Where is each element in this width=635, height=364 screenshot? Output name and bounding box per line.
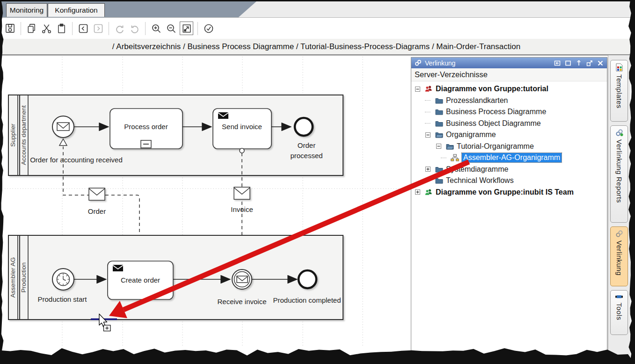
folder-icon <box>434 177 444 184</box>
side-tab-verlinkung[interactable]: Verlinkung <box>610 226 628 286</box>
tree-item-technical-workflows[interactable]: Technical Workflows <box>411 175 607 187</box>
intermediate-event-label: Receive invoice <box>217 298 266 306</box>
task2-label: Send invoice <box>222 123 262 131</box>
message-icon <box>237 276 248 283</box>
header-separator <box>0 54 635 55</box>
dock-icon[interactable] <box>553 59 561 67</box>
validate-icon[interactable] <box>202 22 215 35</box>
start-event-production-start[interactable] <box>52 269 74 290</box>
group-red-icon <box>424 85 433 93</box>
message-icon <box>57 123 69 131</box>
tree-item-label: Systemdiagramme <box>446 165 508 174</box>
message-invoice-label: Invoice <box>231 205 253 213</box>
tree-item-tutorial-organigramme[interactable]: Tutorial-Organigramme <box>411 141 607 153</box>
collapse-expander-icon[interactable] <box>434 144 443 149</box>
tree-item-business-object-diagramme[interactable]: Business Object Diagramme <box>411 118 607 130</box>
undo-icon[interactable] <box>128 22 141 35</box>
tree-item-assembler-ag-organigramm[interactable]: Assembler-AG-Organigramm <box>411 152 607 164</box>
end-event-order-processed[interactable] <box>295 118 313 136</box>
tree-item-label: Technical Workflows <box>446 176 514 185</box>
tab-monitoring-label: Monitoring <box>10 6 44 15</box>
tree-item-label: Diagramme von Gruppe:tutorial <box>436 85 548 93</box>
side-tab-label: Templates <box>615 74 623 109</box>
templates-icon <box>615 63 623 72</box>
orgchart-icon <box>450 154 460 162</box>
side-tab-tools[interactable]: Tools <box>610 290 628 335</box>
tree-item-label: Business Process Diagramme <box>446 108 546 116</box>
folder-icon <box>434 97 444 104</box>
message-flow-source <box>240 148 244 153</box>
folder-open-icon <box>445 143 454 150</box>
fit-to-window-icon[interactable] <box>180 22 193 35</box>
expand-expander-icon[interactable] <box>413 189 422 195</box>
breadcrumb: / Arbeitsverzeichnis / Business Process … <box>0 39 633 54</box>
send-message-icon <box>218 112 228 119</box>
task1-label: Process order <box>124 123 168 131</box>
zoom-in-icon[interactable] <box>150 22 162 35</box>
tab-monitoring[interactable]: Monitoring <box>6 3 47 17</box>
tree-item-label: Organigramme <box>446 131 496 139</box>
navigate-forward-icon[interactable] <box>92 22 104 35</box>
end1-label-line1: Order <box>298 141 315 149</box>
tree-item-business-process-diagramme[interactable]: Business Process Diagramme <box>411 106 607 118</box>
tree-item-group-inubit-is-team[interactable]: Diagramme von Gruppe:inubit IS Team <box>411 187 607 198</box>
tree-item-organigramme[interactable]: Organigramme <box>411 129 607 141</box>
tree-item-label: Business Object Diagramme <box>446 119 541 128</box>
lane2-label: Production <box>20 262 27 293</box>
maximize-icon[interactable] <box>564 59 572 67</box>
tree-item-systemdiagramme[interactable]: Systemdiagramme <box>411 164 607 175</box>
tab-konfiguration-label: Konfiguration <box>55 6 97 15</box>
tree-item-label-selected: Assembler-AG-Organigramm <box>462 153 562 162</box>
expand-expander-icon[interactable] <box>423 167 432 172</box>
side-tab-verlinkung-reports[interactable]: Verlinkung Reports <box>610 125 628 223</box>
lane1-label: Accounts department <box>20 105 27 165</box>
workbench-window: Supplier Accounts department Order for a… <box>0 0 635 364</box>
side-tab-label: Verlinkung Reports <box>615 139 623 203</box>
folder-icon <box>434 120 444 127</box>
verlinkung-panel: Verlinkung <box>411 57 607 357</box>
side-tab-templates[interactable]: Templates <box>610 60 628 122</box>
link-icon <box>414 59 422 67</box>
tab-konfiguration[interactable]: Konfiguration <box>48 3 105 17</box>
folder-icon <box>434 109 444 115</box>
send-message-icon <box>113 265 123 271</box>
navigate-back-icon[interactable] <box>77 22 89 35</box>
float-window-icon[interactable] <box>585 59 593 67</box>
tree-item-group-tutorial[interactable]: Diagramme von Gruppe:tutorial <box>411 83 607 95</box>
main-toolbar <box>0 18 633 39</box>
breadcrumb-path: / Arbeitsverzeichnis / Business Process … <box>112 42 520 51</box>
side-tab-strip: Templates Verlinkung Reports Verlinkung … <box>608 55 630 357</box>
redo-icon[interactable] <box>113 22 126 35</box>
link-report-icon <box>615 129 623 137</box>
group-green-icon <box>424 189 433 196</box>
directory-tree: Diagramme von Gruppe:tutorial Prozesslan… <box>411 81 607 198</box>
pin-icon[interactable] <box>575 59 583 67</box>
close-icon[interactable] <box>596 59 604 67</box>
end1-label-line2: processed <box>290 152 322 160</box>
intermediate-event-receive-invoice[interactable] <box>232 269 252 289</box>
tree-item-prozesslandkarten[interactable]: Prozesslandkarten <box>411 95 607 107</box>
save-icon[interactable] <box>4 22 16 35</box>
folder-open-icon <box>434 131 444 138</box>
cut-icon[interactable] <box>40 22 53 35</box>
paste-icon[interactable] <box>55 22 68 35</box>
link-icon <box>615 230 623 238</box>
folder-icon <box>434 166 444 173</box>
side-tab-label: Tools <box>615 303 623 320</box>
collapse-expander-icon[interactable] <box>413 87 422 92</box>
end-event-production-completed[interactable] <box>299 270 316 288</box>
pool2-label: Assembler AG <box>9 257 16 298</box>
copy-icon[interactable] <box>25 22 38 35</box>
collapse-expander-icon[interactable] <box>423 132 432 138</box>
end2-label: Production completed <box>273 296 341 304</box>
tools-icon <box>615 293 623 300</box>
pool1-label: Supplier <box>9 124 16 147</box>
verlinkung-panel-titlebar[interactable]: Verlinkung <box>411 58 607 68</box>
start2-label: Production start <box>37 295 87 303</box>
message-order-label: Order <box>88 207 106 215</box>
zoom-out-icon[interactable] <box>165 22 177 35</box>
message-invoice[interactable] <box>234 187 250 199</box>
panel-title: Verlinkung <box>425 59 455 67</box>
message-order[interactable] <box>89 188 105 200</box>
server-directories-label: Server-Verzeichnisse <box>411 68 607 81</box>
